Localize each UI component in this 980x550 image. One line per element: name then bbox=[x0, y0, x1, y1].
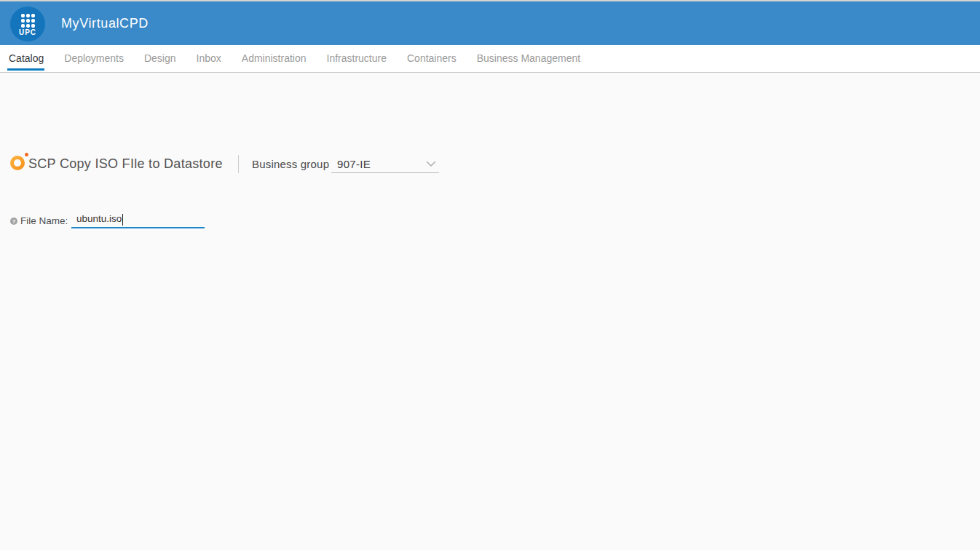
tab-containers[interactable]: Containers bbox=[407, 45, 457, 72]
file-name-label: File Name: bbox=[20, 215, 68, 226]
tab-inbox[interactable]: Inbox bbox=[197, 45, 221, 72]
text-cursor-caret bbox=[122, 214, 123, 226]
tab-infrastructure[interactable]: Infrastructure bbox=[327, 45, 387, 72]
tab-administration[interactable]: Administration bbox=[242, 45, 307, 72]
tab-design[interactable]: Design bbox=[144, 45, 176, 72]
business-group-value: 907-IE bbox=[337, 158, 371, 170]
orchestrator-workflow-icon bbox=[9, 151, 29, 172]
request-title: SCP Copy ISO FIle to Datastore bbox=[28, 156, 223, 172]
upc-dots-logo-icon bbox=[21, 14, 35, 28]
business-group-label: Business group bbox=[252, 158, 329, 170]
main-nav-tabs: Catalog Deployments Design Inbox Adminis… bbox=[0, 45, 980, 73]
chevron-down-icon[interactable] bbox=[426, 161, 436, 167]
upc-logo: UPC bbox=[10, 7, 45, 41]
tab-deployments[interactable]: Deployments bbox=[64, 45, 124, 72]
business-group-select[interactable]: 907-IE bbox=[331, 154, 439, 173]
file-name-input[interactable] bbox=[71, 211, 205, 228]
tab-business-management[interactable]: Business Management bbox=[477, 45, 580, 72]
app-title: MyVirtualCPD bbox=[61, 1, 149, 45]
upc-logo-text: UPC bbox=[19, 29, 36, 36]
help-icon[interactable]: ? bbox=[10, 218, 17, 225]
app-header: UPC MyVirtualCPD bbox=[0, 1, 980, 45]
header-divider bbox=[238, 155, 239, 173]
catalog-request-content: SCP Copy ISO FIle to Datastore Business … bbox=[0, 73, 980, 550]
tab-catalog[interactable]: Catalog bbox=[9, 45, 44, 72]
